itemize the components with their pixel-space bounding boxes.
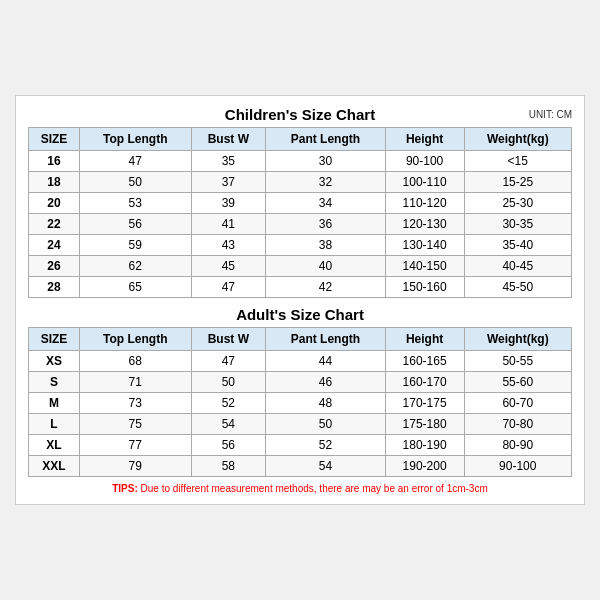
- adults-title: Adult's Size Chart: [236, 306, 364, 323]
- adults-col-top-length: Top Length: [79, 328, 191, 351]
- tips-text: Due to different measurement methods, th…: [141, 483, 488, 494]
- children-header-row: SIZE Top Length Bust W Pant Length Heigh…: [29, 128, 572, 151]
- adults-header-row: SIZE Top Length Bust W Pant Length Heigh…: [29, 328, 572, 351]
- table-row: XS684744160-16550-55: [29, 351, 572, 372]
- table-row: 22564136120-13030-35: [29, 214, 572, 235]
- table-row: XL775652180-19080-90: [29, 435, 572, 456]
- table-row: S715046160-17055-60: [29, 372, 572, 393]
- table-row: 26624540140-15040-45: [29, 256, 572, 277]
- adults-col-size: SIZE: [29, 328, 80, 351]
- adults-col-weight: Weight(kg): [464, 328, 571, 351]
- chart-container: Children's Size Chart UNIT: CM SIZE Top …: [15, 95, 585, 505]
- adults-col-bust: Bust W: [191, 328, 266, 351]
- children-col-height: Height: [385, 128, 464, 151]
- table-row: 1647353090-100<15: [29, 151, 572, 172]
- children-table: SIZE Top Length Bust W Pant Length Heigh…: [28, 127, 572, 298]
- table-row: M735248170-17560-70: [29, 393, 572, 414]
- table-row: L755450175-18070-80: [29, 414, 572, 435]
- adults-col-height: Height: [385, 328, 464, 351]
- unit-label: UNIT: CM: [529, 109, 572, 120]
- children-col-bust: Bust W: [191, 128, 266, 151]
- table-row: 24594338130-14035-40: [29, 235, 572, 256]
- tips-label: TIPS:: [112, 483, 138, 494]
- tips-row: TIPS: Due to different measurement metho…: [28, 483, 572, 494]
- children-col-weight: Weight(kg): [464, 128, 571, 151]
- table-row: 18503732100-11015-25: [29, 172, 572, 193]
- table-row: 20533934110-12025-30: [29, 193, 572, 214]
- children-title: Children's Size Chart: [225, 106, 375, 123]
- table-row: 28654742150-16045-50: [29, 277, 572, 298]
- children-title-row: Children's Size Chart UNIT: CM: [28, 106, 572, 123]
- children-col-size: SIZE: [29, 128, 80, 151]
- table-row: XXL795854190-20090-100: [29, 456, 572, 477]
- adults-title-row: Adult's Size Chart: [28, 306, 572, 323]
- adults-col-pant: Pant Length: [266, 328, 386, 351]
- children-col-pant: Pant Length: [266, 128, 386, 151]
- children-col-top-length: Top Length: [79, 128, 191, 151]
- adults-table: SIZE Top Length Bust W Pant Length Heigh…: [28, 327, 572, 477]
